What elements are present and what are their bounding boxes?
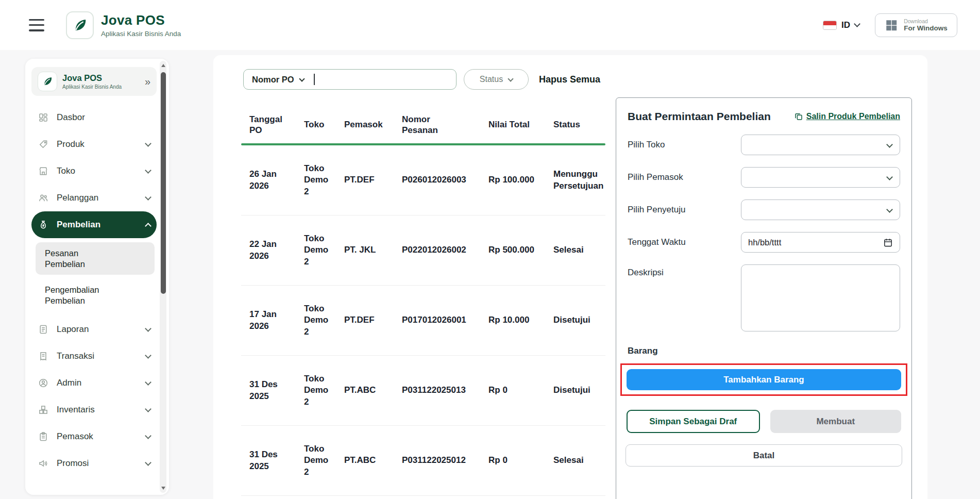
scroll-up-arrow-icon[interactable] [161, 64, 165, 67]
sidebar-logo [38, 72, 57, 91]
subitem-label: Pengembalian Pembelian [45, 285, 114, 306]
table-row[interactable]: 31 Des 2025 Toko Demo 2 PT.ABC P03112202… [241, 356, 605, 426]
chevron-down-icon [145, 406, 151, 412]
supplier-clipboard-icon [38, 431, 49, 442]
clear-all-button[interactable]: Hapus Semua [539, 69, 600, 90]
sidebar-item-pembelian[interactable]: Pembelian [31, 211, 157, 238]
brand-tagline: Aplikasi Kasir Bisnis Anda [101, 30, 181, 38]
table-row[interactable]: 31 Des 2025 Toko Demo 2 PT.ABC P03112202… [241, 426, 605, 496]
due-date-input[interactable]: hh/bb/tttt [741, 232, 900, 253]
copy-icon [795, 112, 803, 121]
create-button[interactable]: Membuat [770, 410, 902, 433]
cell-tanggal-po: 31 Des 2025 [249, 449, 292, 472]
description-textarea[interactable] [741, 264, 900, 331]
sidebar-collapse-icon[interactable]: » [145, 76, 150, 87]
store-icon [38, 165, 49, 177]
due-date-label: Tenggat Waktu [628, 237, 741, 247]
status-filter-dropdown[interactable]: Status [464, 69, 529, 90]
save-draft-button[interactable]: Simpan Sebagai Draf [627, 410, 760, 433]
copy-link-label: Salin Produk Pembelian [806, 112, 900, 121]
download-windows-button[interactable]: Download For Windows [875, 13, 957, 37]
cell-status: Disetujui [553, 385, 605, 396]
add-item-button[interactable]: Tambahkan Barang [627, 369, 901, 390]
leaf-logo-icon [41, 75, 54, 88]
chevron-down-icon [145, 194, 151, 201]
for-windows-label: For Windows [904, 24, 948, 32]
brand-name: Jova POS [101, 12, 181, 28]
copy-purchase-products-link[interactable]: Salin Produk Pembelian [795, 112, 900, 121]
create-purchase-request-panel: Buat Permintaan Pembelian Salin Produk P… [616, 97, 912, 499]
cell-nomor-pesanan: P031122025012 [402, 455, 488, 466]
approver-select[interactable] [741, 199, 900, 220]
language-code: ID [841, 20, 850, 30]
sidebar-item-laporan[interactable]: Laporan [31, 316, 157, 343]
sidebar: Jova POS Aplikasi Kasir Bisnis Anda » Da… [25, 59, 169, 495]
sidebar-item-pemasok[interactable]: Pemasok [31, 423, 157, 450]
jovapos-logo [66, 11, 94, 39]
cell-pemasok: PT.ABC [344, 455, 402, 466]
sidebar-item-admin[interactable]: Admin [31, 370, 157, 396]
search-field-selector[interactable]: Nomor PO [252, 75, 294, 85]
chevron-down-icon [145, 379, 151, 386]
column-header-status: Status [553, 120, 605, 130]
language-selector[interactable]: ID [823, 20, 859, 30]
promotion-megaphone-icon [38, 458, 49, 469]
sidebar-item-toko[interactable]: Toko [31, 158, 157, 185]
sidebar-item-inventaris[interactable]: Inventaris [31, 396, 157, 423]
app-brand: Jova POS Aplikasi Kasir Bisnis Anda [66, 11, 181, 39]
sidebar-item-produk[interactable]: Produk [31, 131, 157, 158]
cell-toko: Toko Demo 2 [304, 303, 337, 337]
sidebar-subitem-pengembalian-pembelian[interactable]: Pengembalian Pembelian [36, 279, 155, 311]
chevron-down-icon [854, 21, 860, 27]
sidebar-item-label: Admin [57, 378, 81, 388]
scroll-down-arrow-icon[interactable] [161, 487, 165, 490]
search-combo: Nomor PO [243, 69, 457, 90]
chevron-down-icon [145, 433, 151, 439]
sidebar-item-dasbor[interactable]: Dasbor [31, 104, 157, 131]
sidebar-item-label: Produk [57, 139, 85, 149]
cell-nilai-total: Rp 100.000 [488, 174, 553, 186]
cell-tanggal-po: 31 Des 2025 [249, 379, 292, 402]
chevron-up-icon [145, 223, 151, 229]
sidebar-item-pelanggan[interactable]: Pelanggan [31, 185, 157, 211]
sidebar-item-promosi[interactable]: Promosi [31, 450, 157, 477]
column-header-nilai-total: Nilai Total [488, 120, 553, 130]
customers-icon [38, 192, 49, 204]
column-header-toko: Toko [304, 120, 344, 130]
cell-tanggal-po: 22 Jan 2026 [249, 239, 292, 261]
product-tag-icon [38, 139, 49, 150]
search-input[interactable] [320, 75, 448, 84]
chevron-down-icon[interactable] [299, 76, 305, 81]
cell-toko: Toko Demo 2 [304, 373, 337, 407]
cell-status: Menunggu Persetujuan [553, 169, 609, 191]
sidebar-item-label: Toko [57, 166, 75, 176]
sidebar-scrollbar [160, 61, 166, 493]
sidebar-menu: Dasbor Produk Toko Pelangg [31, 104, 157, 477]
chevron-down-icon [145, 352, 151, 359]
cell-toko: Toko Demo 2 [304, 443, 337, 477]
cell-pemasok: PT. JKL [344, 244, 402, 256]
leaf-logo-icon [71, 16, 89, 35]
sidebar-subitem-pesanan-pembelian[interactable]: Pesanan Pembelian [36, 242, 155, 275]
supplier-select[interactable] [741, 167, 900, 188]
sidebar-brand-name: Jova POS [62, 73, 122, 83]
scrollbar-thumb[interactable] [161, 72, 166, 294]
cell-status: Selesai [553, 244, 605, 256]
items-section-label: Barang [626, 346, 902, 356]
cancel-button[interactable]: Batal [626, 444, 902, 467]
sidebar-item-transaksi[interactable]: Transaksi [31, 343, 157, 370]
admin-user-icon [38, 377, 49, 389]
table-row[interactable]: 17 Jan 2026 Toko Demo 2 PT.DEF P01701202… [241, 286, 605, 356]
chevron-down-icon [145, 140, 151, 147]
sidebar-item-label: Inventaris [57, 405, 95, 415]
calendar-icon [883, 238, 893, 247]
table-row[interactable]: 26 Jan 2026 Toko Demo 2 PT.DEF P02601202… [241, 145, 605, 215]
purchase-money-bag-icon [38, 219, 49, 230]
hamburger-menu-icon[interactable] [29, 19, 44, 31]
table-row[interactable]: 22 Jan 2026 Toko Demo 2 PT. JKL P0220120… [241, 215, 605, 286]
text-cursor [314, 74, 315, 85]
store-select[interactable] [741, 135, 900, 155]
download-label: Download [904, 18, 928, 24]
cell-tanggal-po: 17 Jan 2026 [249, 309, 292, 331]
cell-tanggal-po: 26 Jan 2026 [249, 169, 292, 191]
